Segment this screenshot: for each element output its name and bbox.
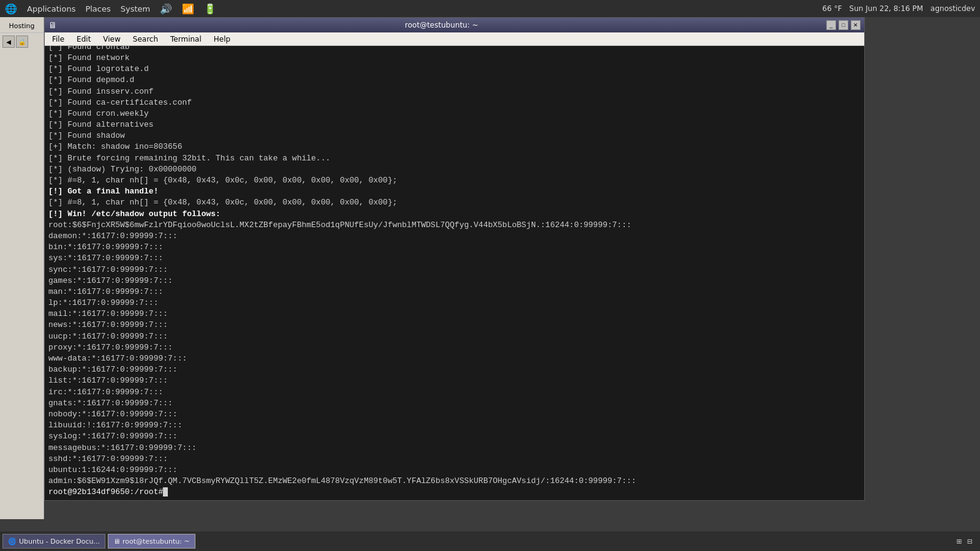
terminal-line: ubuntu:1:16244:0:99999:7:::	[48, 465, 861, 476]
terminal-line: lp:*:16177:0:99999:7:::	[48, 298, 861, 309]
terminal-line: gnats:*:16177:0:99999:7:::	[48, 398, 861, 409]
terminal-line: root:$6$FnjcXR5W$6mwFzlrYDFqioo0woUclsL.…	[48, 220, 861, 231]
tray-icon1: ⊞	[957, 538, 962, 545]
window-maximize-btn[interactable]: □	[839, 20, 848, 30]
terminal-line: [*] Brute forcing remaining 32bit. This …	[48, 153, 861, 164]
ubuntu-docs-label: Ubuntu - Docker Docu...	[19, 538, 100, 545]
datetime: Sun Jun 22, 8:16 PM	[850, 4, 923, 13]
terminal-line: sys:*:16177:0:99999:7:::	[48, 253, 861, 264]
taskbar-icon2: 📶	[182, 3, 194, 15]
taskbar-system[interactable]: System	[121, 4, 150, 13]
sidebar-nav: ◀ 🔒	[0, 33, 43, 50]
terminal-line: proxy:*:16177:0:99999:7:::	[48, 342, 861, 353]
nav-back-btn[interactable]: ◀	[2, 36, 15, 48]
window-icon: 🖥	[48, 20, 57, 30]
terminal-line: games:*:16177:0:99999:7:::	[48, 276, 861, 287]
window-title: root@testubuntu: ~	[405, 21, 478, 29]
taskbar-globe-icon: 🌐	[5, 3, 17, 15]
window-titlebar: 🖥 root@testubuntu: ~ _ □ ✕	[45, 18, 864, 32]
ubuntu-icon: 🌀	[8, 538, 17, 545]
terminal-line: [*] Found network	[48, 53, 861, 64]
taskbar-left-items: 🌐 Applications Places System 🔊 📶 🔋	[5, 3, 216, 15]
menu-help[interactable]: Help	[209, 34, 235, 45]
taskbar-icon3: 🔋	[204, 3, 216, 15]
terminal-line: [*] #=8, 1, char nh[] = {0x48, 0x43, 0x0…	[48, 197, 861, 208]
terminal-line: messagebus:*:16177:0:99999:7:::	[48, 443, 861, 454]
terminal-line: [*] Found shadow	[48, 130, 861, 141]
taskbar-applications[interactable]: Applications	[27, 4, 75, 13]
terminal-line: admin:$6$EW91Xzm9$l8rJQf.QM.7VCBsmyRYWZQ…	[48, 476, 861, 487]
taskbar-ubuntu-docs[interactable]: 🌀 Ubuntu - Docker Docu...	[2, 534, 105, 549]
terminal-line: bin:*:16177:0:99999:7:::	[48, 242, 861, 253]
sidebar-hosting[interactable]: Hosting	[0, 20, 43, 33]
terminal-icon: 🖥	[113, 538, 120, 545]
window-controls: _ □ ✕	[826, 20, 861, 30]
terminal-line: sshd:*:16177:0:99999:7:::	[48, 454, 861, 465]
terminal-cursor	[163, 487, 168, 497]
terminal-body[interactable]: [*] Found ppp[*] Found security[*] Found…	[45, 46, 864, 500]
terminal-line: root@92b134df9650:/root#	[48, 487, 861, 498]
taskbar-icon1: 🔊	[160, 3, 172, 15]
terminal-line: daemon:*:16177:0:99999:7:::	[48, 231, 861, 242]
terminal-line: [*] #=8, 1, char nh[] = {0x48, 0x43, 0x0…	[48, 175, 861, 186]
taskbar-terminal-btn[interactable]: 🖥 root@testubuntu: ~	[108, 534, 195, 549]
terminal-line: irc:*:16177:0:99999:7:::	[48, 387, 861, 398]
terminal-line: [*] Found depmod.d	[48, 75, 861, 86]
sys-tray: ⊞ ⊟	[957, 538, 978, 545]
terminal-line: [!] Got a final handle!	[48, 186, 861, 197]
terminal-line: uucp:*:16177:0:99999:7:::	[48, 331, 861, 342]
terminal-line: [+] Match: shadow ino=803656	[48, 141, 861, 152]
terminal-line: list:*:16177:0:99999:7:::	[48, 375, 861, 386]
terminal-line: mail:*:16177:0:99999:7:::	[48, 309, 861, 320]
taskbar-bottom: 🌀 Ubuntu - Docker Docu... 🖥 root@testubu…	[0, 531, 980, 551]
terminal-window: 🖥 root@testubuntu: ~ _ □ ✕ File Edit Vie…	[44, 17, 865, 501]
terminal-line: man:*:16177:0:99999:7:::	[48, 287, 861, 298]
taskbar-right: 66 °F Sun Jun 22, 8:16 PM agnosticdev	[823, 4, 975, 13]
terminal-line: [*] Found crontab	[48, 46, 861, 53]
nav-lock-btn[interactable]: 🔒	[16, 36, 28, 48]
terminal-line: [*] Found cron.weekly	[48, 108, 861, 119]
terminal-line: [*] Found insserv.conf	[48, 86, 861, 97]
menu-terminal[interactable]: Terminal	[165, 34, 206, 45]
terminal-label: root@testubuntu: ~	[123, 538, 190, 545]
taskbar-places[interactable]: Places	[85, 4, 110, 13]
taskbar-top: 🌐 Applications Places System 🔊 📶 🔋 66 °F…	[0, 0, 980, 17]
terminal-line: [*] Found alternatives	[48, 119, 861, 130]
terminal-line: www-data:*:16177:0:99999:7:::	[48, 353, 861, 364]
temperature: 66 °F	[823, 4, 842, 13]
window-minimize-btn[interactable]: _	[826, 20, 836, 30]
left-sidebar: Hosting ◀ 🔒	[0, 17, 44, 519]
hostname: agnosticdev	[930, 4, 975, 13]
terminal-line: syslog:*:16177:0:99999:7:::	[48, 431, 861, 442]
menu-view[interactable]: View	[98, 34, 125, 45]
terminal-line: [*] Found ca-certificates.conf	[48, 97, 861, 108]
terminal-line: libuuid:!:16177:0:99999:7:::	[48, 420, 861, 431]
menu-edit[interactable]: Edit	[72, 34, 96, 45]
terminal-line: [*] (shadow) Trying: 0x00000000	[48, 164, 861, 175]
terminal-line: backup:*:16177:0:99999:7:::	[48, 364, 861, 375]
terminal-menu-bar: File Edit View Search Terminal Help	[45, 32, 864, 46]
terminal-line: nobody:*:16177:0:99999:7:::	[48, 409, 861, 420]
menu-file[interactable]: File	[47, 34, 69, 45]
tray-icon2: ⊟	[967, 538, 973, 545]
terminal-line: news:*:16177:0:99999:7:::	[48, 320, 861, 331]
terminal-line: sync:*:16177:0:99999:7:::	[48, 264, 861, 276]
terminal-line: [!] Win! /etc/shadow output follows:	[48, 209, 861, 220]
terminal-line: [*] Found logrotate.d	[48, 64, 861, 75]
window-close-btn[interactable]: ✕	[851, 20, 861, 30]
menu-search[interactable]: Search	[128, 34, 163, 45]
